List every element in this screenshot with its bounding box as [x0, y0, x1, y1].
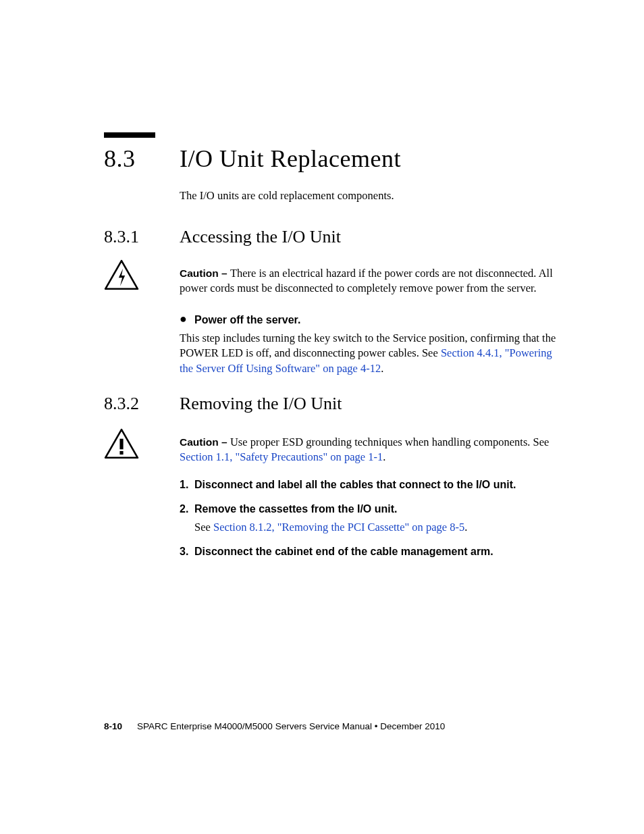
step-number: 2.	[180, 502, 194, 536]
caution-text: .	[383, 450, 385, 463]
page-number: 8-10	[104, 721, 122, 731]
step-number: 1.	[180, 477, 194, 492]
cross-reference-link[interactable]: Section 1.1, "Safety Precautions" on pag…	[180, 450, 383, 463]
page-footer: 8-10 SPARC Enterprise M4000/M5000 Server…	[104, 721, 570, 731]
caution-label: Caution –	[180, 267, 230, 279]
subsection-title: Removing the I/O Unit	[180, 394, 342, 414]
subtext: .	[464, 521, 467, 533]
step-subtext: See Section 8.1.2, "Removing the PCI Cas…	[194, 520, 467, 535]
caution-label: Caution –	[180, 436, 230, 448]
caution-note: Caution – Use proper ESD grounding techn…	[180, 435, 568, 465]
section-heading: 8.3 I/O Unit Replacement	[104, 145, 570, 173]
subsection-number: 8.3.2	[104, 394, 180, 414]
subsection-heading: 8.3.2 Removing the I/O Unit	[104, 394, 570, 414]
list-item: 2. Remove the cassettes from the I/O uni…	[180, 502, 568, 536]
ordered-steps-list: 1. Disconnect and label all the cables t…	[180, 477, 568, 569]
step-number: 3.	[180, 544, 194, 559]
list-item: 3. Disconnect the cabinet end of the cab…	[180, 544, 568, 559]
list-item: 1. Disconnect and label all the cables t…	[180, 477, 568, 492]
caution-text: There is an electrical hazard if the pow…	[180, 267, 553, 294]
subsection-heading: 8.3.1 Accessing the I/O Unit	[104, 227, 570, 247]
cross-reference-link[interactable]: Section 8.1.2, "Removing the PCI Cassett…	[213, 521, 464, 533]
svg-rect-3	[119, 451, 123, 454]
subsection-title: Accessing the I/O Unit	[180, 227, 341, 247]
step-text: Disconnect the cabinet end of the cable …	[194, 544, 493, 559]
step-text: Disconnect and label all the cables that…	[194, 477, 516, 492]
subsection-number: 8.3.1	[104, 227, 180, 247]
section-intro-paragraph: The I/O units are cold replacement compo…	[180, 188, 568, 203]
svg-rect-2	[119, 439, 123, 450]
bullet-mark: ●	[180, 313, 194, 328]
electrical-hazard-icon	[104, 259, 139, 290]
bullet-step: ● Power off the server.	[180, 313, 568, 328]
caution-text: Use proper ESD grounding techniques when…	[230, 436, 549, 448]
footer-text: SPARC Enterprise M4000/M5000 Servers Ser…	[137, 721, 445, 731]
caution-note: Caution – There is an electrical hazard …	[180, 266, 568, 296]
document-page: 8.3 I/O Unit Replacement The I/O units a…	[0, 0, 644, 834]
subtext: See	[194, 521, 213, 533]
paragraph: This step includes turning the key switc…	[180, 331, 568, 376]
section-divider-bar	[104, 132, 155, 138]
step-text: Remove the cassettes from the I/O unit.	[194, 503, 398, 515]
caution-exclamation-icon	[104, 428, 139, 459]
paragraph-text: .	[381, 362, 383, 375]
step-text: Power off the server.	[194, 313, 300, 328]
section-title: I/O Unit Replacement	[180, 145, 401, 173]
section-number: 8.3	[104, 145, 180, 173]
